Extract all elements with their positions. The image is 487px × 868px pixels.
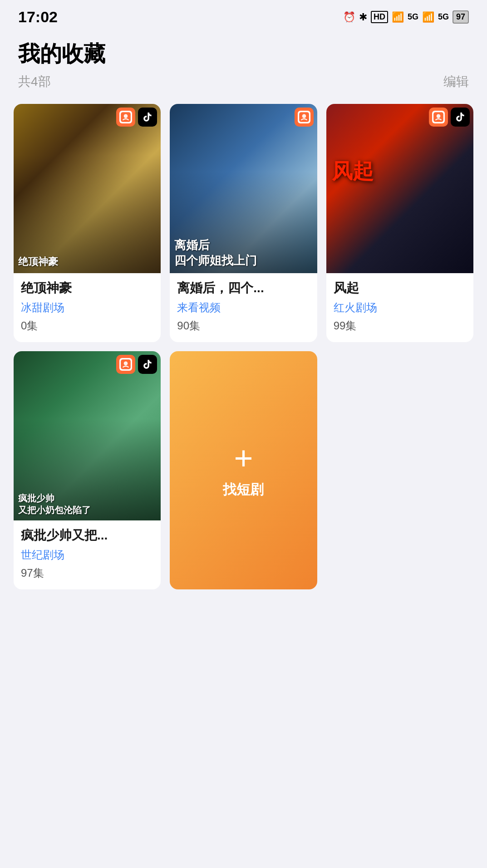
collection-card-3[interactable]: 风起 风起 红火剧场 99集 — [326, 104, 473, 342]
tiktok-badge-3 — [451, 108, 470, 127]
thumb-text-2: 离婚后四个师姐找上门 — [170, 104, 317, 273]
page-header: 我的收藏 共4部 编辑 — [0, 30, 487, 95]
card-info-4: 疯批少帅又把... 世纪剧场 97集 — [14, 520, 161, 580]
battery-icon: 97 — [453, 10, 469, 24]
card-thumbnail-2: 离婚后四个师姐找上门 — [170, 104, 317, 273]
subtitle-row: 共4部 编辑 — [18, 73, 469, 90]
collection-card-4[interactable]: 疯批少帅又把小奶包沦陷了 疯批少帅又把... 世纪剧场 97集 — [14, 351, 161, 589]
card-name-4: 疯批少帅又把... — [21, 527, 153, 544]
card-episodes-2: 90集 — [177, 319, 310, 333]
page-count: 共4部 — [18, 73, 51, 90]
status-bar: 17:02 ⏰ ✱ HD 📶 5G 📶 5G 97 — [0, 0, 487, 30]
thumb-overlay-4: 疯批少帅又把小奶包沦陷了 — [18, 492, 156, 516]
card-channel-1: 冰甜剧场 — [21, 300, 153, 315]
thumb-overlay-2: 离婚后四个师姐找上门 — [174, 238, 312, 269]
card-channel-2: 来看视频 — [177, 300, 310, 315]
card-thumbnail-1: 绝顶神豪 — [14, 104, 161, 273]
card-episodes-3: 99集 — [334, 319, 466, 333]
card-thumbnail-4: 疯批少帅又把小奶包沦陷了 — [14, 351, 161, 520]
card-episodes-1: 0集 — [21, 319, 153, 333]
collection-grid: 绝顶神豪 绝顶神豪 冰甜剧场 0集 — [0, 95, 487, 598]
signal-5g-1-icon: 5G — [408, 12, 418, 22]
add-icon: + — [234, 441, 253, 474]
brand-badge-3 — [429, 108, 448, 127]
card-thumbnail-3: 风起 — [326, 104, 473, 273]
card-episodes-4: 97集 — [21, 566, 153, 580]
card-name-2: 离婚后，四个... — [177, 280, 310, 297]
bluetooth-icon: ✱ — [359, 11, 367, 23]
add-card[interactable]: + 找短剧 — [170, 351, 317, 589]
collection-card-1[interactable]: 绝顶神豪 绝顶神豪 冰甜剧场 0集 — [14, 104, 161, 342]
card-channel-3: 红火剧场 — [334, 300, 466, 315]
card-info-2: 离婚后，四个... 来看视频 90集 — [170, 273, 317, 333]
thumb-overlay-3: 风起 — [332, 157, 374, 186]
signal-bars-icon: 📶 — [422, 11, 434, 23]
signal-5g-2-icon: 5G — [438, 12, 449, 22]
card-name-3: 风起 — [334, 280, 466, 297]
thumb-text-1: 绝顶神豪 — [14, 104, 161, 273]
card-channel-4: 世纪剧场 — [21, 548, 153, 562]
thumb-overlay-1: 绝顶神豪 — [18, 255, 156, 269]
hd-icon: HD — [371, 11, 388, 23]
wifi-icon: 📶 — [392, 11, 404, 23]
badge-area-3 — [429, 108, 470, 127]
card-name-1: 绝顶神豪 — [21, 280, 153, 297]
alarm-icon: ⏰ — [343, 11, 355, 23]
add-card-label: 找短剧 — [223, 481, 264, 499]
edit-button[interactable]: 编辑 — [443, 73, 469, 90]
page-title: 我的收藏 — [18, 39, 469, 69]
thumb-text-4: 疯批少帅又把小奶包沦陷了 — [14, 351, 161, 520]
collection-card-2[interactable]: 离婚后四个师姐找上门 离婚后，四个... 来看视频 90集 — [170, 104, 317, 342]
status-time: 17:02 — [18, 8, 58, 26]
status-icons: ⏰ ✱ HD 📶 5G 📶 5G 97 — [343, 10, 469, 24]
card-info-3: 风起 红火剧场 99集 — [326, 273, 473, 333]
card-info-1: 绝顶神豪 冰甜剧场 0集 — [14, 273, 161, 333]
svg-point-5 — [437, 114, 441, 118]
